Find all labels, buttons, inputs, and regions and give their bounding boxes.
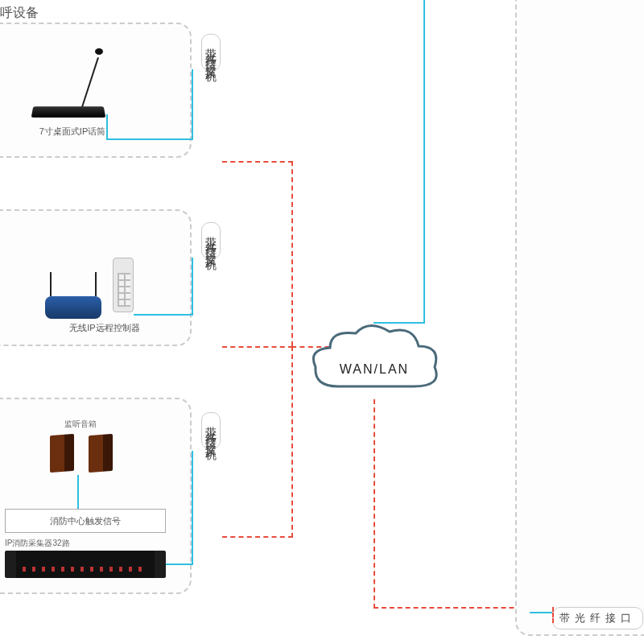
fire-collector-icon	[5, 551, 166, 578]
switch-label-2: 带光纤接口交换机	[201, 222, 221, 259]
speaker-label: 监听音箱	[48, 419, 113, 430]
switch-label-1: 带光纤接口交换机	[201, 34, 221, 71]
wireless-label: 无线IP远程控制器	[56, 322, 153, 334]
fire-signal-box: 消防中心触发信号	[5, 509, 166, 533]
fire-collector-label: IP消防采集器32路	[5, 538, 101, 549]
cloud-icon: WAN/LAN	[306, 322, 443, 402]
cloud-label: WAN/LAN	[306, 362, 443, 377]
section-title: 呼设备	[0, 5, 39, 22]
bottom-switch-label: 带光纤接口	[552, 607, 643, 630]
ip-mic-icon	[32, 105, 105, 119]
group-right	[515, 0, 644, 636]
switch-label-3: 带光纤接口交换机	[201, 412, 221, 449]
router-icon	[45, 296, 101, 319]
speaker-left-icon	[50, 434, 74, 473]
remote-icon	[113, 258, 134, 312]
speaker-right-icon	[89, 434, 113, 473]
